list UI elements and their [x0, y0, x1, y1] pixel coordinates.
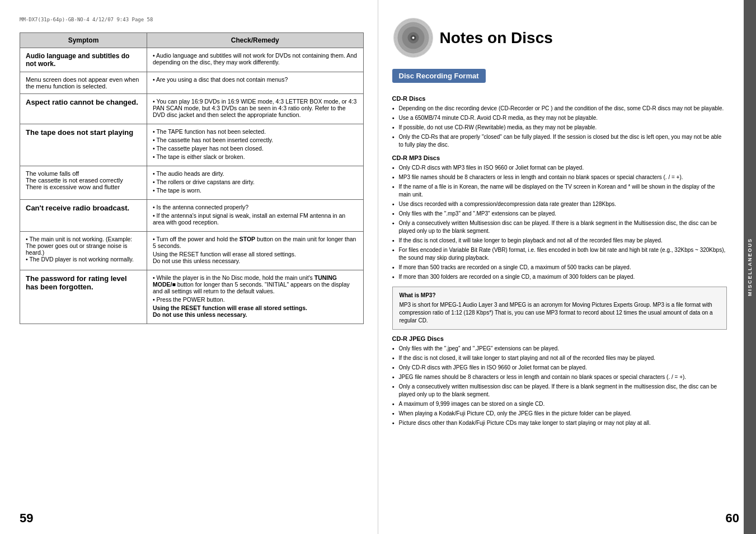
title-row: Notes on Discs [392, 17, 727, 59]
cdr-mp3-title: CD-R MP3 Discs [392, 154, 727, 161]
list-item: A maximum of 9,999 images can be stored … [392, 400, 727, 408]
symptom-cell: Audio language and subtitles do not work… [20, 48, 147, 72]
list-item: For files encoded in Variable Bit Rate (… [392, 246, 727, 262]
list-item: When playing a Kodak/Fuji Picture CD, on… [392, 410, 727, 418]
remedy-item: The tape is worn. [153, 187, 358, 194]
left-page: MM-DX7(31p-64p)-GB-NO-4 4/12/07 9:43 Pag… [0, 0, 378, 534]
cdr-title: CD-R Discs [392, 95, 727, 102]
what-is-mp3-text: MP3 is short for MPEG-1 Audio Layer 3 an… [400, 302, 713, 324]
remedy-item: The cassette player has not been closed. [153, 145, 358, 152]
symptom-cell: • The main unit is not working. (Example… [20, 232, 147, 270]
remedy-item: Turn off the power and hold the STOP but… [153, 236, 358, 249]
right-page: Notes on Discs Disc Recording Format CD-… [378, 0, 757, 534]
remedy-cell: You can play 16:9 DVDs in 16:9 WIDE mode… [147, 94, 363, 124]
what-is-mp3-title: What is MP3? [400, 292, 720, 299]
cdr-mp3-bullet-list: Only CD-R discs with MP3 files in ISO 96… [392, 164, 727, 281]
remedy-note: Using the RESET function will erase all … [153, 251, 358, 264]
miscellaneous-label: MISCELLANEOUS [747, 238, 753, 296]
list-item: Only files with the ".jpeg" and ".JPEG" … [392, 345, 727, 353]
remedy-item: Audio language and subtitles will not wo… [153, 52, 358, 65]
remedy-cell: The audio heads are dirty. The rollers o… [147, 166, 363, 200]
list-item: Picture discs other than Kodak/Fuji Pict… [392, 419, 727, 427]
remedy-item: Are you using a disc that does not conta… [153, 76, 358, 83]
symptom-text: Can't receive radio broadcast. [26, 204, 129, 212]
symptom-text: • The main unit is not working. (Example… [26, 236, 134, 263]
list-item: If the disc is not closed, it will take … [392, 237, 727, 245]
list-item: If more than 500 tracks are recorded on … [392, 264, 727, 271]
symptom-cell: Can't receive radio broadcast. [20, 200, 147, 232]
disc-icon [392, 17, 434, 59]
what-is-mp3-box: What is MP3? MP3 is short for MPEG-1 Aud… [392, 287, 727, 330]
page-number-right: 60 [726, 511, 739, 526]
remedy-item: The audio heads are dirty. [153, 170, 358, 177]
table-row: Audio language and subtitles do not work… [20, 48, 364, 72]
table-row: Can't receive radio broadcast. Is the an… [20, 200, 364, 232]
list-item: Only the CD-Rs that are properly "closed… [392, 133, 727, 149]
list-item: If more than 300 folders are recorded on… [392, 273, 727, 281]
table-row: • The main unit is not working. (Example… [20, 232, 364, 270]
remedy-cell: Turn off the power and hold the STOP but… [147, 232, 363, 270]
svg-point-5 [412, 37, 414, 39]
symptom-text: The volume falls offThe cassette is not … [26, 170, 123, 190]
list-item: Only files with the ".mp3" and ".MP3" ex… [392, 210, 727, 218]
list-item: If possible, do not use CD-RW (Rewritabl… [392, 124, 727, 132]
remedy-note: Using the RESET function will erase all … [153, 305, 358, 318]
remedy-item: You can play 16:9 DVDs in 16:9 WIDE mode… [153, 98, 358, 118]
cdr-bullet-list: Depending on the disc recording device (… [392, 105, 727, 149]
table-row: Menu screen does not appear even when th… [20, 72, 364, 94]
remedy-item: The rollers or drive capstans are dirty. [153, 179, 358, 185]
list-item: Use discs recorded with a compression/de… [392, 200, 727, 208]
remedy-item: The TAPE function has not been selected. [153, 128, 358, 135]
page-title: Notes on Discs [440, 29, 553, 47]
symptom-cell: The tape does not start playing [20, 124, 147, 166]
remedy-item: The tape is either slack or broken. [153, 153, 358, 160]
symptom-text: The tape does not start playing [26, 128, 133, 137]
list-item: Depending on the disc recording device (… [392, 105, 727, 113]
page-header: MM-DX7(31p-64p)-GB-NO-4 4/12/07 9:43 Pag… [20, 17, 364, 22]
symptom-text: Aspect ratio cannot be changed. [26, 98, 138, 106]
symptom-cell: The volume falls offThe cassette is not … [20, 166, 147, 200]
list-item: Only a consecutively written Multisessio… [392, 219, 727, 235]
remedy-item: Is the antenna connected properly? [153, 204, 358, 210]
symptom-cell: The password for rating level has been f… [20, 270, 147, 324]
remedy-item: Press the POWER button. [153, 296, 358, 303]
miscellaneous-sidebar: MISCELLANEOUS [744, 0, 756, 534]
list-item: Use a 650MB/74 minute CD-R. Avoid CD-R m… [392, 114, 727, 122]
symptom-header: Symptom [20, 33, 147, 48]
remedy-item: While the player is in the No Disc mode,… [153, 274, 358, 294]
page-number-left: 59 [20, 511, 33, 526]
list-item: If the name of a file is in Korean, the … [392, 183, 727, 199]
table-row: The password for rating level has been f… [20, 270, 364, 324]
remedy-header: Check/Remedy [147, 33, 363, 48]
remedy-item: If the antenna's input signal is weak, i… [153, 212, 358, 226]
remedy-item: The cassette has not been inserted corre… [153, 137, 358, 143]
symptom-cell: Aspect ratio cannot be changed. [20, 94, 147, 124]
table-row: Aspect ratio cannot be changed. You can … [20, 94, 364, 124]
cdr-jpeg-bullet-list: Only files with the ".jpeg" and ".JPEG" … [392, 345, 727, 427]
symptom-cell: Menu screen does not appear even when th… [20, 72, 147, 94]
cdr-jpeg-title: CD-R JPEG Discs [392, 335, 727, 342]
list-item: JPEG file names should be 8 characters o… [392, 373, 727, 381]
symptom-text: The password for rating level has been f… [26, 274, 127, 291]
remedy-cell: The TAPE function has not been selected.… [147, 124, 363, 166]
list-item: MP3 file names should be 8 characters or… [392, 174, 727, 181]
table-row: The volume falls offThe cassette is not … [20, 166, 364, 200]
list-item: Only CD-R discs with JPEG files in ISO 9… [392, 364, 727, 372]
list-item: Only a consecutively written multisessio… [392, 383, 727, 399]
troubleshoot-table: Symptom Check/Remedy Audio language and … [20, 32, 364, 324]
remedy-cell: Audio language and subtitles will not wo… [147, 48, 363, 72]
list-item: If the disc is not closed, it will take … [392, 354, 727, 362]
symptom-text: Audio language and subtitles do not work… [26, 52, 129, 68]
symptom-text: Menu screen does not appear even when th… [26, 76, 139, 90]
table-row: The tape does not start playing The TAPE… [20, 124, 364, 166]
remedy-cell: While the player is in the No Disc mode,… [147, 270, 363, 324]
section-title: Disc Recording Format [392, 69, 486, 83]
remedy-cell: Is the antenna connected properly? If th… [147, 200, 363, 232]
remedy-cell: Are you using a disc that does not conta… [147, 72, 363, 94]
list-item: Only CD-R discs with MP3 files in ISO 96… [392, 164, 727, 172]
right-page-inner: Notes on Discs Disc Recording Format CD-… [392, 17, 727, 427]
